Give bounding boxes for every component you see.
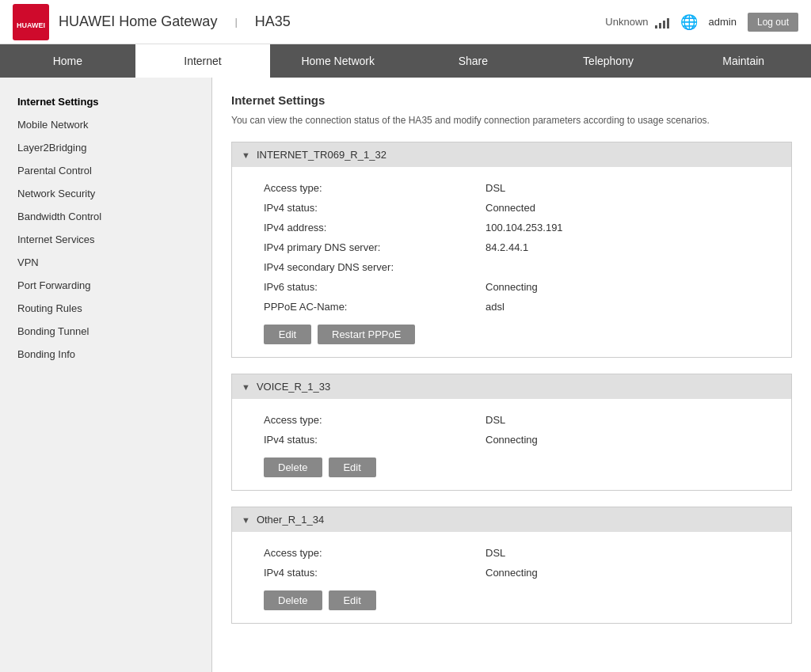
collapse-arrow-tr069: ▼ [242,150,250,160]
label-ipv4-primary-dns: IPv4 primary DNS server: [264,241,485,253]
restart-pppoe-button[interactable]: Restart PPPoE [318,325,415,344]
section-title-tr069: INTERNET_TR069_R_1_32 [257,149,386,161]
logout-button[interactable]: Log out [748,13,798,32]
sidebar-item-bonding-info[interactable]: Bonding Info [0,343,211,366]
nav-internet[interactable]: Internet [135,44,271,78]
value-access-type-2: DSL [485,414,505,426]
sidebar-item-layer2bridging[interactable]: Layer2Bridging [0,136,211,159]
nav-maintain[interactable]: Maintain [676,44,811,78]
edit-button-other[interactable]: Edit [329,590,376,610]
label-access-type-2: Access type: [264,414,485,426]
sidebar-item-routing-rules[interactable]: Routing Rules [0,297,211,320]
header-model: HA35 [255,13,291,30]
sidebar: Internet Settings Mobile Network Layer2B… [0,78,212,672]
signal-label: Unknown [605,16,648,28]
edit-button-voice[interactable]: Edit [329,457,376,477]
collapse-arrow-voice: ▼ [242,382,250,392]
sidebar-item-bonding-tunnel[interactable]: Bonding Tunnel [0,320,211,343]
section-body-other: Access type: DSL IPv4 status: Connecting… [232,532,791,623]
svg-text:HUAWEI: HUAWEI [17,21,45,29]
field-ipv4-primary-dns: IPv4 primary DNS server: 84.2.44.1 [264,237,760,257]
section-title-voice: VOICE_R_1_33 [257,381,330,393]
signal-bars-icon [655,16,669,28]
field-ipv4-address: IPv4 address: 100.104.253.191 [264,218,760,237]
label-ipv4-status-1: IPv4 status: [264,202,485,214]
value-ipv4-status-1: Connected [485,202,535,214]
sidebar-item-internet-services[interactable]: Internet Services [0,228,211,251]
value-access-type-3: DSL [485,547,505,559]
btn-row-other: Delete Edit [264,590,760,610]
field-access-type-2: Access type: DSL [264,410,760,430]
value-ipv6-status-1: Connecting [485,281,538,293]
nav-telephony[interactable]: Telephony [541,44,676,78]
value-access-type-1: DSL [485,182,505,194]
value-ipv4-status-3: Connecting [485,567,538,579]
edit-button-tr069[interactable]: Edit [264,325,311,344]
label-ipv4-secondary-dns: IPv4 secondary DNS server: [264,261,485,273]
value-ipv4-primary-dns: 84.2.44.1 [485,241,528,253]
nav-share[interactable]: Share [406,44,541,78]
section-voice: ▼ VOICE_R_1_33 Access type: DSL IPv4 sta… [231,374,792,491]
section-header-tr069[interactable]: ▼ INTERNET_TR069_R_1_32 [232,142,791,167]
delete-button-other[interactable]: Delete [264,590,322,610]
btn-row-voice: Delete Edit [264,457,760,477]
huawei-logo: HUAWEI [13,4,49,40]
label-access-type-3: Access type: [264,547,485,559]
globe-icon: 🌐 [680,13,698,31]
sidebar-item-internet-settings[interactable]: Internet Settings [0,90,211,113]
label-pppoe-ac-name: PPPoE AC-Name: [264,301,485,313]
field-ipv4-secondary-dns: IPv4 secondary DNS server: [264,257,760,277]
sidebar-item-mobile-network[interactable]: Mobile Network [0,113,211,136]
nav-home-network[interactable]: Home Network [270,44,406,78]
content-area: Internet Settings You can view the conne… [212,78,811,672]
nav-home[interactable]: Home [0,44,135,78]
main-layout: Internet Settings Mobile Network Layer2B… [0,78,811,672]
field-ipv4-status-1: IPv4 status: Connected [264,198,760,218]
logo-area: HUAWEI HUAWEI Home Gateway | HA35 [13,4,291,40]
field-access-type-1: Access type: DSL [264,178,760,198]
section-other: ▼ Other_R_1_34 Access type: DSL IPv4 sta… [231,507,792,624]
section-header-other[interactable]: ▼ Other_R_1_34 [232,507,791,532]
header-right: Unknown 🌐 admin Log out [605,13,798,32]
header-title: HUAWEI Home Gateway [59,13,217,30]
collapse-arrow-other: ▼ [242,515,250,525]
top-nav: Home Internet Home Network Share Telepho… [0,44,811,78]
page-title: Internet Settings [231,93,792,107]
page-description: You can view the connection status of th… [231,115,792,126]
sidebar-item-parental-control[interactable]: Parental Control [0,159,211,182]
sidebar-item-bandwidth-control[interactable]: Bandwidth Control [0,205,211,228]
value-ipv4-status-2: Connecting [485,434,538,446]
label-ipv4-status-3: IPv4 status: [264,567,485,579]
value-pppoe-ac-name: adsl [485,301,504,313]
admin-label: admin [709,16,737,28]
btn-row-tr069: Edit Restart PPPoE [264,325,760,344]
sidebar-item-vpn[interactable]: VPN [0,251,211,274]
field-ipv4-status-3: IPv4 status: Connecting [264,563,760,583]
label-ipv4-address: IPv4 address: [264,222,485,233]
label-access-type-1: Access type: [264,182,485,194]
section-body-voice: Access type: DSL IPv4 status: Connecting… [232,399,791,490]
sidebar-item-network-security[interactable]: Network Security [0,182,211,205]
header: HUAWEI HUAWEI Home Gateway | HA35 Unknow… [0,0,811,44]
section-body-tr069: Access type: DSL IPv4 status: Connected … [232,167,791,357]
signal-area: Unknown [605,16,668,28]
section-title-other: Other_R_1_34 [257,514,324,526]
field-ipv6-status-1: IPv6 status: Connecting [264,277,760,297]
field-access-type-3: Access type: DSL [264,543,760,563]
value-ipv4-address: 100.104.253.191 [485,222,563,233]
section-header-voice[interactable]: ▼ VOICE_R_1_33 [232,374,791,399]
header-separator: | [234,16,237,28]
field-ipv4-status-2: IPv4 status: Connecting [264,430,760,450]
label-ipv6-status-1: IPv6 status: [264,281,485,293]
sidebar-item-port-forwarding[interactable]: Port Forwarding [0,274,211,297]
field-pppoe-ac-name: PPPoE AC-Name: adsl [264,297,760,317]
delete-button-voice[interactable]: Delete [264,457,322,477]
section-internet-tr069: ▼ INTERNET_TR069_R_1_32 Access type: DSL… [231,142,792,358]
label-ipv4-status-2: IPv4 status: [264,434,485,446]
